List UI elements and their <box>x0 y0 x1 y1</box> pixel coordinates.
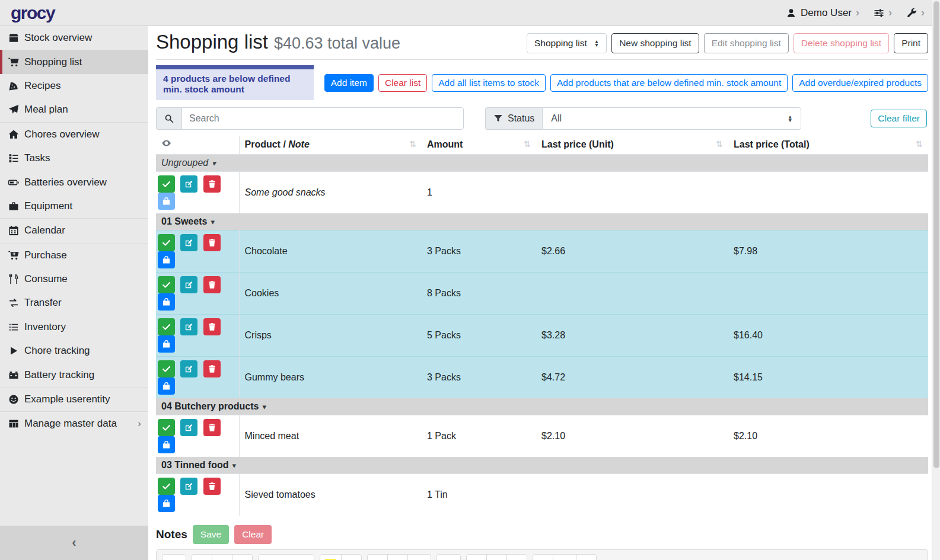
sort-icon: ⇅ <box>716 139 723 149</box>
add-to-stock-button[interactable] <box>158 335 175 353</box>
clear-filter-button[interactable]: Clear filter <box>871 110 927 127</box>
add-to-stock-button[interactable] <box>158 293 175 311</box>
sidebar-item-equipment[interactable]: Equipment <box>0 194 148 218</box>
unordered-list-button[interactable] <box>367 554 388 560</box>
shopping-bag-icon <box>162 440 171 449</box>
column-header-last-price-total[interactable]: Last price (Total) ⇅ <box>728 136 928 155</box>
font-color-dropdown-button[interactable]: ▾ <box>341 554 362 560</box>
sidebar-item-battery-tracking[interactable]: Battery tracking <box>0 363 148 386</box>
insert-picture-button[interactable] <box>486 554 507 560</box>
help-button[interactable]: ? <box>576 554 597 560</box>
group-row-ungrouped[interactable]: Ungrouped▾ <box>156 155 928 172</box>
group-row-01-sweets[interactable]: 01 Sweets▾ <box>156 213 928 231</box>
sidebar-item-stock-overview[interactable]: Stock overview <box>0 26 148 50</box>
column-header-product[interactable]: Product / Note ⇅ <box>239 136 422 155</box>
underline-button[interactable]: U <box>212 554 232 560</box>
group-row-03-tinned-food[interactable]: 03 Tinned food▾ <box>156 457 928 474</box>
sidebar-item-batteries-overview[interactable]: Batteries overview <box>0 170 148 194</box>
notes-title: Notes <box>156 528 187 541</box>
sidebar-item-manage-master-data[interactable]: Manage master data › <box>0 412 148 436</box>
search-input[interactable] <box>181 107 464 130</box>
delete-button[interactable] <box>203 234 221 251</box>
insert-video-button[interactable] <box>506 554 527 560</box>
play-icon <box>8 345 19 356</box>
ordered-list-button[interactable] <box>387 554 408 560</box>
clear-list-button[interactable]: Clear list <box>378 74 427 92</box>
add-to-stock-button[interactable] <box>158 377 175 395</box>
add-to-stock-button[interactable] <box>158 251 175 268</box>
paragraph-align-button[interactable]: ▾ <box>407 554 432 560</box>
shopping-list-select[interactable]: Shopping list ▲▼ <box>527 33 607 53</box>
column-header-last-price-unit[interactable]: Last price (Unit) ⇅ <box>536 136 728 155</box>
sidebar-collapse-button[interactable]: ‹ <box>72 535 76 551</box>
status-select[interactable]: All ▲▼ <box>542 107 801 130</box>
table-row: Chocolate 3 Packs $2.66 $7.98 <box>156 231 928 273</box>
add-to-stock-button[interactable] <box>158 436 175 453</box>
sidebar-item-purchase[interactable]: Purchase <box>0 244 148 267</box>
grocy-logo[interactable]: grocy <box>11 3 55 23</box>
sidebar-item-consume[interactable]: Consume <box>0 267 148 291</box>
done-button[interactable] <box>158 234 175 251</box>
add-all-to-stock-button[interactable]: Add all list items to stock <box>432 74 546 92</box>
edit-button[interactable] <box>180 175 197 193</box>
delete-button[interactable] <box>203 419 221 436</box>
style-magic-button[interactable]: ▾ <box>162 554 186 560</box>
new-shopping-list-button[interactable]: New shopping list <box>611 33 699 53</box>
delete-button[interactable] <box>203 175 221 193</box>
add-below-min-stock-button[interactable]: Add products that are below defined min.… <box>550 74 788 92</box>
done-button[interactable] <box>158 419 175 436</box>
insert-table-button[interactable]: ▾ <box>436 554 461 560</box>
sidebar-item-tasks[interactable]: Tasks <box>0 146 148 170</box>
edit-button[interactable] <box>180 318 197 335</box>
bold-button[interactable]: B <box>192 554 212 560</box>
min-stock-banner[interactable]: 4 products are below defined min. stock … <box>156 65 314 100</box>
insert-link-button[interactable] <box>466 554 487 560</box>
done-button[interactable] <box>158 478 175 495</box>
notes-clear-button[interactable]: Clear <box>234 525 272 544</box>
sidebar-item-calendar[interactable]: Calendar <box>0 219 148 242</box>
delete-button[interactable] <box>203 318 221 335</box>
print-button[interactable]: Print <box>894 33 928 53</box>
delete-shopping-list-button[interactable]: Delete shopping list <box>794 33 889 53</box>
admin-menu[interactable]: › <box>906 7 925 19</box>
sidebar-item-example-userentity[interactable]: Example userentity <box>0 388 148 411</box>
pencil-square-icon <box>184 364 193 373</box>
edit-button[interactable] <box>180 234 197 251</box>
sidebar-item-meal-plan[interactable]: Meal plan <box>0 98 148 121</box>
notes-save-button[interactable]: Save <box>193 525 229 544</box>
font-color-button[interactable]: A <box>320 554 342 560</box>
done-button[interactable] <box>158 318 175 335</box>
group-row-04-butchery-products[interactable]: 04 Butchery products▾ <box>156 398 928 415</box>
scrollbar-thumb[interactable] <box>933 1 939 468</box>
edit-shopping-list-button[interactable]: Edit shopping list <box>704 33 789 53</box>
sidebar-item-shopping-list[interactable]: Shopping list <box>0 50 148 73</box>
user-menu[interactable]: Demo User › <box>786 7 859 19</box>
eraser-button[interactable] <box>232 554 253 560</box>
delete-button[interactable] <box>203 276 221 293</box>
delete-button[interactable] <box>203 478 221 495</box>
sidebar-item-chores-overview[interactable]: Chores overview <box>0 123 148 146</box>
done-button[interactable] <box>158 276 175 293</box>
code-view-button[interactable]: </> <box>553 554 576 560</box>
settings-menu[interactable]: › <box>874 7 892 19</box>
fullscreen-button[interactable] <box>533 554 553 560</box>
add-item-button[interactable]: Add item <box>324 74 374 92</box>
add-overdue-button[interactable]: Add overdue/expired products <box>792 74 928 92</box>
sidebar-item-chore-tracking[interactable]: Chore tracking <box>0 339 148 363</box>
sidebar-item-transfer[interactable]: Transfer <box>0 291 148 315</box>
total-value: $40.63 total value <box>274 34 400 53</box>
trash-icon <box>208 238 216 247</box>
delete-button[interactable] <box>203 360 221 377</box>
done-button[interactable] <box>158 360 175 377</box>
sidebar-item-inventory[interactable]: Inventory <box>0 315 148 339</box>
notes-editor: ▾ B U Noto Sans ▾ <box>156 549 928 560</box>
font-family-button[interactable]: Noto Sans ▾ <box>258 554 315 560</box>
edit-button[interactable] <box>180 276 197 293</box>
column-header-amount[interactable]: Amount ⇅ <box>422 136 536 155</box>
done-button[interactable] <box>158 175 175 193</box>
edit-button[interactable] <box>180 478 197 495</box>
edit-button[interactable] <box>180 419 197 436</box>
edit-button[interactable] <box>180 360 197 377</box>
sidebar-item-recipes[interactable]: Recipes <box>0 74 148 98</box>
add-to-stock-button[interactable] <box>158 495 175 512</box>
